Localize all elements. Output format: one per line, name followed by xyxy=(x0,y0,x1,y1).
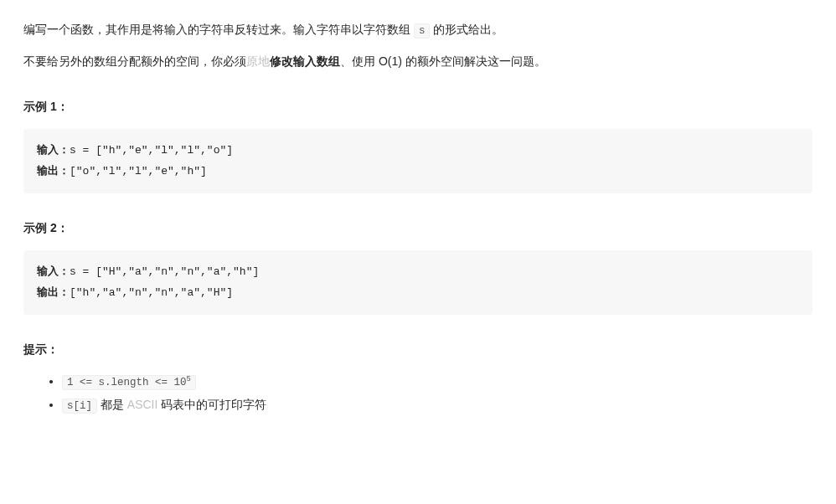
example-1-block: 输入：s = ["h","e","l","l","o"] 输出：["o","l"… xyxy=(23,129,813,193)
example-1-heading: 示例 1： xyxy=(23,97,813,117)
constraint-item: 1 <= s.length <= 105 xyxy=(62,372,813,392)
ascii-text: ASCII xyxy=(127,398,158,411)
output-label: 输出： xyxy=(37,165,70,177)
output-value: ["o","l","l","e","h"] xyxy=(70,165,207,177)
constraint-item: s[i] 都是 ASCII 码表中的可打印字符 xyxy=(62,395,813,415)
constraints-list: 1 <= s.length <= 105 s[i] 都是 ASCII 码表中的可… xyxy=(23,372,813,416)
intro-text: 不要给另外的数组分配额外的空间，你必须 xyxy=(23,54,246,68)
intro-text: 编写一个函数，其作用是将输入的字符串反转过来。输入字符串以字符数组 xyxy=(23,23,414,36)
input-value: s = ["h","e","l","l","o"] xyxy=(70,144,233,157)
output-label: 输出： xyxy=(37,286,70,299)
inline-code-s: s xyxy=(414,23,431,39)
input-label: 输入： xyxy=(37,265,70,278)
intro-text: 的形式给出。 xyxy=(430,23,503,36)
example-2-block: 输入：s = ["H","a","n","n","a","h"] 输出：["h"… xyxy=(23,250,813,315)
inline-code-constraint: 1 <= s.length <= 105 xyxy=(62,375,196,390)
constraint-sup: 5 xyxy=(187,375,191,383)
example-2-heading: 示例 2： xyxy=(23,219,813,239)
intro-text: 、使用 O(1) 的额外空间解决这一问题。 xyxy=(340,54,546,68)
intro-bold: 修改输入数组 xyxy=(270,54,340,68)
problem-description: 编写一个函数，其作用是将输入的字符串反转过来。输入字符串以字符数组 s 的形式给… xyxy=(0,0,836,440)
intro-line-1: 编写一个函数，其作用是将输入的字符串反转过来。输入字符串以字符数组 s 的形式给… xyxy=(23,20,813,40)
inline-code-si: s[i] xyxy=(62,399,97,414)
input-value: s = ["H","a","n","n","a","h"] xyxy=(70,265,259,278)
hints-heading: 提示： xyxy=(23,340,813,360)
constraint-text: 都是 xyxy=(97,398,127,411)
in-place-link[interactable]: 原地 xyxy=(246,54,270,68)
constraint-text: 1 <= s.length <= 10 xyxy=(67,377,187,388)
input-label: 输入： xyxy=(37,144,70,157)
output-value: ["h","a","n","n","a","H"] xyxy=(70,286,233,299)
intro-line-2: 不要给另外的数组分配额外的空间，你必须原地修改输入数组、使用 O(1) 的额外空… xyxy=(23,52,813,72)
constraint-text: 码表中的可打印字符 xyxy=(157,398,266,411)
